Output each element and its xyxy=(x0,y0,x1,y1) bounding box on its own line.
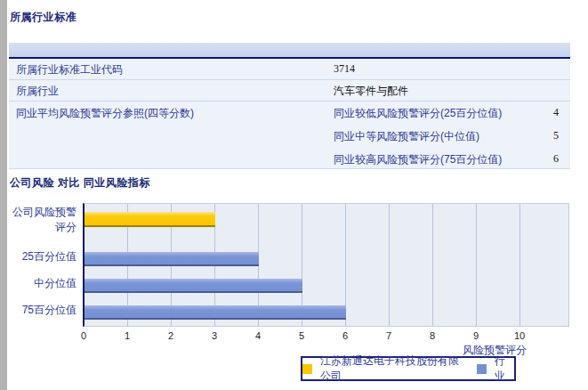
subrow-value: 4 xyxy=(553,106,559,119)
x-tick-label: 1 xyxy=(125,330,130,341)
table-group-row: 同业平均风险预警评分参照(四等分数) 同业较低风险预警评分(25百分位值) 4 … xyxy=(9,102,570,169)
table-row: 所属行业标准工业代码 3714 xyxy=(9,59,570,80)
category-label: 中分位值 xyxy=(0,276,77,291)
x-tick-label: 8 xyxy=(430,330,435,341)
chart-x-ticks: 012345678910 xyxy=(83,330,581,343)
gridline xyxy=(520,204,520,326)
table-row: 所属行业 汽车零件与配件 xyxy=(9,80,570,102)
gridline xyxy=(476,204,477,326)
bar-company xyxy=(85,212,215,227)
subrow-value: 6 xyxy=(553,152,559,166)
group-row-label: 同业平均风险预警评分参照(四等分数) xyxy=(16,106,194,121)
bar-industry xyxy=(85,305,346,320)
section-title-risk-comparison: 公司风险 对比 同业风险指标 xyxy=(10,175,150,191)
legend-label-company: 江苏新通达电子科技股份有限公司 xyxy=(320,353,469,384)
report-page: 所属行业标准 所属行业标准工业代码 3714 所属行业 汽车零件与配件 同业平均… xyxy=(0,0,588,390)
table-header-band xyxy=(9,43,570,59)
x-tick-label: 7 xyxy=(386,330,391,341)
subrow-value: 5 xyxy=(553,129,559,142)
x-tick-label: 10 xyxy=(514,330,525,341)
row-label: 所属行业标准工业代码 xyxy=(16,62,123,77)
bar-industry xyxy=(85,279,302,293)
section-title-industry-standard: 所属行业标准 xyxy=(10,10,77,25)
subrow-label: 同业较高风险预警评分(75百分位值) xyxy=(334,152,502,167)
x-tick-label: 9 xyxy=(473,330,479,341)
x-tick-label: 3 xyxy=(212,330,217,341)
row-value: 3714 xyxy=(334,62,355,76)
x-tick-label: 6 xyxy=(342,330,348,341)
subrow-label: 同业中等风险预警评分(中位值) xyxy=(334,129,479,144)
category-label: 25百分位值 xyxy=(0,249,77,264)
legend-label-industry: 行业 xyxy=(495,353,514,384)
row-label: 所属行业 xyxy=(16,84,59,99)
category-label: 公司风险预警 评分 xyxy=(0,205,77,235)
x-tick-label: 0 xyxy=(81,330,86,341)
legend-swatch-company xyxy=(302,364,312,374)
chart-plot xyxy=(83,203,569,327)
category-label: 75百分位值 xyxy=(0,303,77,318)
x-tick-label: 5 xyxy=(299,330,304,341)
legend-swatch-industry xyxy=(477,364,487,374)
subrow-label: 同业较低风险预警评分(25百分位值) xyxy=(334,106,502,121)
group-subrow: 同业中等风险预警评分(中位值) 5 xyxy=(334,129,559,149)
group-subrow: 同业较低风险预警评分(25百分位值) 4 xyxy=(334,106,559,126)
x-tick-label: 4 xyxy=(255,330,261,341)
row-value: 汽车零件与配件 xyxy=(334,84,408,99)
gridline xyxy=(389,204,390,326)
industry-standard-table: 所属行业标准工业代码 3714 所属行业 汽车零件与配件 同业平均风险预警评分参… xyxy=(9,43,570,169)
risk-bar-chart: 公司风险预警 评分25百分位值中分位值75百分位值 012345678910 风… xyxy=(0,196,588,390)
group-subrow: 同业较高风险预警评分(75百分位值) 6 xyxy=(334,152,559,172)
chart-legend: 江苏新通达电子科技股份有限公司 行业 xyxy=(301,356,516,381)
bar-industry xyxy=(85,252,259,266)
gridline xyxy=(432,204,433,326)
x-tick-label: 2 xyxy=(168,330,173,341)
